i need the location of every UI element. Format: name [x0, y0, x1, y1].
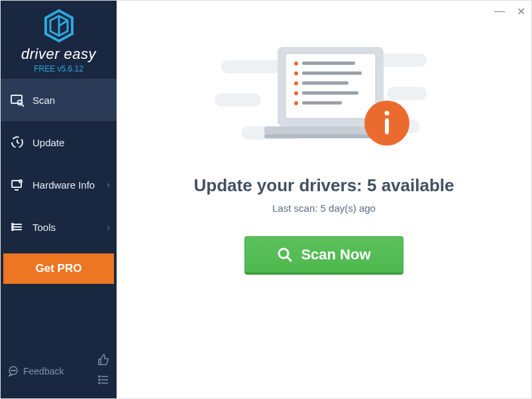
brand-version: FREE v5.6.12	[1, 64, 117, 73]
scan-button-label: Scan Now	[301, 246, 370, 263]
svg-point-43	[294, 101, 298, 105]
sidebar-footer: Feedback	[1, 347, 117, 398]
svg-rect-26	[215, 93, 261, 107]
sidebar-item-update[interactable]: Update	[1, 121, 117, 163]
svg-line-50	[287, 257, 292, 261]
feedback-button[interactable]: Feedback	[7, 365, 64, 377]
svg-point-49	[279, 249, 288, 258]
sidebar-item-label: Tools	[32, 222, 56, 233]
thumbs-up-icon[interactable]	[97, 353, 110, 369]
sidebar-footer-icons	[97, 353, 110, 389]
sidebar-item-label: Update	[32, 137, 64, 148]
svg-text:i: i	[20, 179, 21, 183]
svg-line-3	[59, 21, 68, 26]
sidebar-item-scan[interactable]: Scan	[1, 79, 117, 121]
chat-icon	[7, 365, 19, 377]
svg-rect-36	[302, 62, 355, 65]
svg-rect-44	[302, 101, 342, 105]
feedback-label: Feedback	[23, 366, 64, 377]
svg-point-18	[15, 370, 15, 371]
svg-point-12	[12, 224, 13, 225]
svg-rect-40	[302, 81, 348, 85]
sidebar-item-label: Hardware Info	[32, 179, 95, 191]
svg-point-37	[294, 71, 298, 75]
sidebar-item-hardware-info[interactable]: i Hardware Info ›	[1, 163, 117, 206]
svg-rect-38	[302, 71, 362, 75]
brand-block: driver easy FREE v5.6.12	[1, 1, 117, 79]
hardware-icon: i	[10, 177, 25, 192]
svg-point-13	[12, 226, 13, 228]
svg-point-21	[99, 379, 100, 380]
svg-point-16	[11, 370, 12, 371]
list-icon[interactable]	[97, 373, 110, 389]
minimize-button[interactable]: —	[493, 5, 506, 18]
svg-point-47	[385, 111, 390, 116]
main-pane: Update your drivers: 5 available Last sc…	[117, 1, 531, 398]
svg-rect-4	[11, 95, 22, 103]
sidebar-item-label: Scan	[32, 95, 55, 106]
svg-rect-48	[385, 118, 389, 134]
chevron-right-icon: ›	[107, 222, 110, 232]
svg-point-41	[294, 91, 298, 95]
sidebar-nav: Scan Update i	[1, 79, 117, 248]
svg-point-19	[99, 376, 100, 377]
magnifier-icon	[277, 247, 293, 263]
scan-icon	[10, 93, 25, 107]
get-pro-button[interactable]: Get PRO	[3, 253, 114, 284]
window-controls: — ✕	[493, 5, 527, 18]
app-window: — ✕ driver easy FREE v5.6.12	[0, 0, 532, 399]
brand-logo-icon	[42, 9, 76, 43]
svg-rect-29	[387, 87, 427, 100]
laptop-illustration	[215, 34, 433, 162]
svg-point-39	[294, 81, 298, 85]
tools-icon	[10, 220, 25, 234]
svg-rect-42	[302, 91, 358, 95]
update-icon	[10, 135, 25, 150]
svg-line-6	[22, 105, 25, 107]
close-button[interactable]: ✕	[514, 5, 527, 18]
last-scan-text: Last scan: 5 day(s) ago	[272, 202, 376, 214]
svg-point-23	[99, 382, 100, 384]
brand-name: driver easy	[1, 46, 117, 63]
svg-point-17	[13, 370, 13, 371]
svg-point-14	[12, 229, 13, 230]
headline-text: Update your drivers: 5 available	[193, 175, 454, 196]
sidebar: driver easy FREE v5.6.12 Scan	[1, 1, 117, 398]
scan-now-button[interactable]: Scan Now	[244, 236, 403, 275]
chevron-right-icon: ›	[107, 179, 110, 190]
sidebar-item-tools[interactable]: Tools ›	[1, 206, 117, 248]
svg-point-35	[294, 62, 298, 66]
